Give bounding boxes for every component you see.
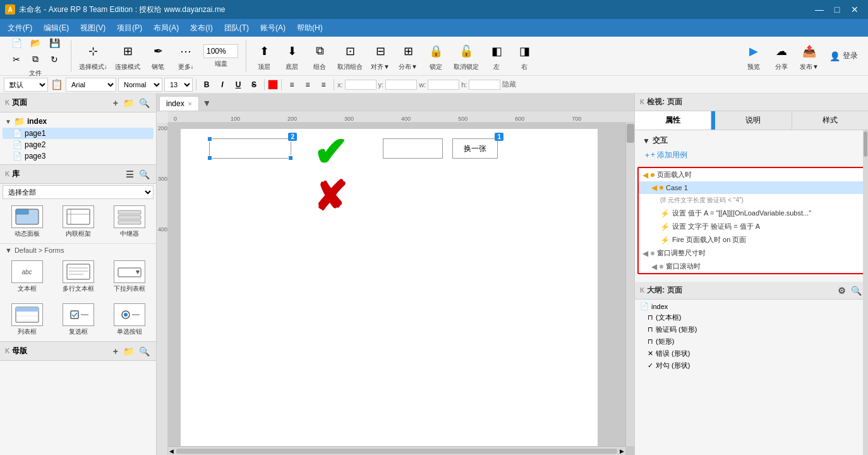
add-folder-button[interactable]: 📁 [122, 97, 135, 109]
publish-button[interactable]: 📤 [799, 41, 819, 61]
tab-close-button[interactable]: × [188, 100, 192, 107]
bottom-layer-button[interactable]: ⬇ [282, 41, 302, 61]
unlock-button[interactable]: 🔓 [456, 41, 476, 61]
share-button[interactable]: ☁ [771, 41, 792, 61]
w-input[interactable] [428, 80, 459, 90]
outline-check[interactable]: ✓ 对勾 (形状) [637, 360, 865, 372]
scroll-right-button[interactable]: ▶ [618, 448, 625, 454]
lib-multiline-text[interactable]: 多行文本框 [54, 258, 102, 296]
weight-select[interactable]: Normal [118, 78, 162, 92]
select-mode-button[interactable]: ⊹ [83, 41, 104, 61]
int-scroll[interactable]: ◀ 窗口滚动时 [639, 260, 864, 273]
x-input[interactable] [345, 80, 377, 90]
search-pages-button[interactable]: 🔍 [138, 97, 151, 109]
redo-button[interactable]: ↻ [45, 51, 63, 68]
connect-mode-button[interactable]: ⊞ [118, 41, 138, 61]
search-outline-icon[interactable]: 🔍 [850, 284, 863, 297]
outline-index[interactable]: 📄 index [637, 301, 865, 312]
int-action3[interactable]: ⚡ Fire 页面载入时 on 页面 [639, 233, 864, 246]
vscroll-thumb[interactable] [627, 124, 634, 143]
search-master-button[interactable]: 🔍 [138, 345, 151, 358]
tree-item-index[interactable]: ▼ 📁 index [3, 115, 154, 128]
menu-help[interactable]: 帮助(H) [292, 20, 328, 36]
new-button[interactable]: 📄 [8, 35, 25, 51]
top-layer-button[interactable]: ⬆ [254, 41, 274, 61]
menu-view[interactable]: 视图(V) [75, 20, 111, 36]
tab-notes[interactable]: 说明 [715, 111, 792, 130]
filter-icon[interactable]: ⚙ [836, 284, 847, 297]
lib-radio-btn[interactable]: 单选按钮 [105, 301, 154, 339]
menu-team[interactable]: 团队(T) [219, 20, 254, 36]
int-action1[interactable]: ⚡ 设置 值于 A = "[[A]][[OnLoadVariable.subst… [639, 207, 864, 220]
widget-checkmark[interactable]: ✔ [313, 132, 347, 173]
right-button[interactable]: ◨ [514, 41, 534, 61]
align-left-button[interactable]: ≡ [285, 78, 299, 91]
add-master-folder-button[interactable]: 📁 [122, 345, 135, 358]
int-resize[interactable]: ◀ 窗口调整尺寸时 [639, 246, 864, 260]
outline-verify[interactable]: ⊓ 验证码 (矩形) [637, 324, 865, 336]
widget-textbox-1[interactable]: 2 [209, 138, 291, 159]
menu-publish[interactable]: 发布(I) [185, 20, 217, 36]
maximize-button[interactable]: □ [829, 3, 845, 16]
y-input[interactable] [385, 80, 417, 90]
menu-account[interactable]: 账号(A) [255, 20, 291, 36]
lib-search-icon[interactable]: 🔍 [138, 168, 151, 181]
align-center-button[interactable]: ≡ [301, 78, 315, 91]
tab-properties[interactable]: 属性 [635, 111, 711, 130]
outline-rect[interactable]: ⊓ (矩形) [637, 336, 865, 348]
lib-menu-icon[interactable]: ☰ [124, 168, 135, 181]
size-select[interactable]: 13 [164, 78, 193, 92]
int-page-load[interactable]: ◀ 页面载入时 [639, 168, 864, 181]
group-button[interactable]: ⧉ [310, 41, 330, 61]
left-button[interactable]: ◧ [486, 41, 507, 61]
canvas-content[interactable]: 2 ✔ 换一张 1 ✘ [168, 123, 634, 455]
add-master-button[interactable]: + [112, 345, 119, 358]
scroll-left-button[interactable]: ◀ [168, 448, 175, 454]
cut-button[interactable]: ✂ [8, 51, 25, 68]
menu-project[interactable]: 项目(P) [112, 20, 147, 36]
h-input[interactable] [469, 80, 500, 90]
tab-scroll-button[interactable]: ▼ [199, 95, 215, 111]
int-action2[interactable]: ⚡ 设置 文字于 验证码 = 值于 A [639, 220, 864, 233]
tree-item-page1[interactable]: 📄 page1 [3, 128, 154, 139]
lib-relay[interactable]: 中继器 [105, 203, 154, 241]
format-style-button[interactable]: 📋 [50, 78, 64, 91]
outline-textbox[interactable]: ⊓ (文本框) [637, 312, 865, 324]
more-button[interactable]: ⋯ [176, 41, 196, 61]
font-color-button[interactable] [268, 80, 278, 90]
int-case1[interactable]: ◀ Case 1 [639, 181, 864, 194]
menu-layout[interactable]: 布局(A) [148, 20, 184, 36]
style-select[interactable]: 默认 [4, 78, 48, 92]
add-page-button[interactable]: + [112, 97, 119, 109]
lib-dropdown[interactable]: 下拉列表框 [105, 258, 154, 296]
add-case-button[interactable]: + + 添加用例 [640, 149, 863, 162]
italic-button[interactable]: I [215, 78, 229, 91]
login-area[interactable]: 👤 登录 [824, 51, 863, 61]
lib-checkbox[interactable]: 复选框 [54, 301, 102, 339]
open-button[interactable]: 📂 [27, 35, 44, 51]
tab-style[interactable]: 样式 [792, 111, 868, 130]
zoom-input[interactable] [203, 44, 238, 58]
ungroup-button[interactable]: ⊡ [340, 41, 360, 61]
align-right-button[interactable]: ≡ [316, 78, 330, 91]
tree-item-page3[interactable]: 📄 page3 [3, 150, 154, 162]
lock-button[interactable]: 🔒 [426, 41, 446, 61]
strikethrough-button[interactable]: S [247, 78, 261, 91]
right-scroll-thumb[interactable] [864, 131, 867, 157]
distribute-button[interactable]: ⊞ [398, 41, 418, 61]
lib-dynamic-panel[interactable]: 动态面板 [3, 203, 51, 241]
pen-button[interactable]: ✒ [148, 41, 168, 61]
font-select[interactable]: Arial [66, 78, 116, 92]
library-select[interactable]: 选择全部 [3, 185, 154, 199]
minimize-button[interactable]: — [811, 3, 828, 16]
widget-button-1[interactable]: 换一张 1 [452, 138, 498, 159]
widget-cross[interactable]: ✘ [313, 176, 347, 217]
tab-index[interactable]: index × [159, 96, 199, 111]
copy-button[interactable]: ⧉ [27, 51, 44, 68]
underline-button[interactable]: U [231, 78, 245, 91]
lib-inline-frame[interactable]: 内联框架 [54, 203, 102, 241]
lib-list-box[interactable]: 列表框 [3, 301, 51, 339]
save-button[interactable]: 💾 [45, 35, 63, 51]
bold-button[interactable]: B [200, 78, 214, 91]
canvas-hscroll[interactable]: ◀ ▶ [168, 446, 625, 455]
